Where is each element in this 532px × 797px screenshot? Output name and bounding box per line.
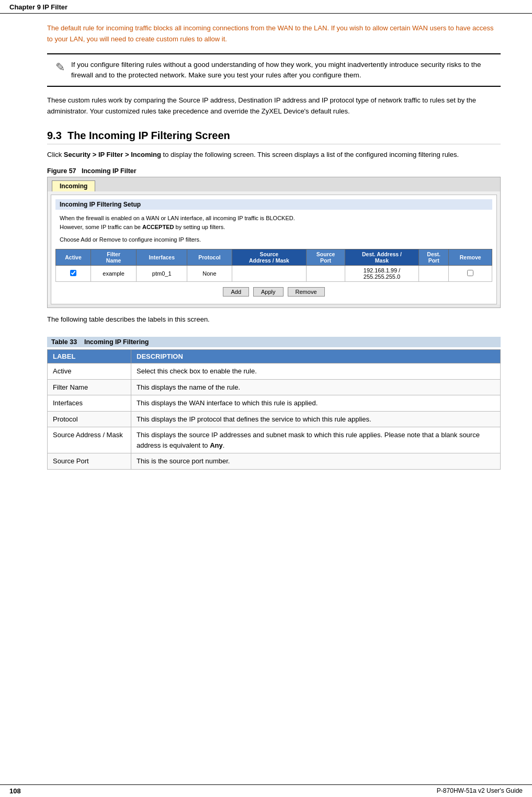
page-header: Chapter 9 IP Filter	[0, 0, 532, 14]
section-description: Click Security > IP Filter > Click Secur…	[47, 150, 501, 161]
td-description: This displays the source IP addresses an…	[131, 427, 501, 453]
table-row: Source PortThis is the source port numbe…	[48, 453, 501, 470]
model-text: P-870HW-51a v2 User's Guide	[437, 787, 523, 795]
td-dest-address: 192.168.1.99 /255.255.255.0	[345, 266, 419, 282]
th-description: DESCRIPTION	[131, 350, 501, 363]
table-label: Table 33 Incoming IP Filtering	[47, 337, 501, 347]
th-protocol: Protocol	[187, 249, 232, 266]
td-remove[interactable]	[449, 266, 492, 282]
td-description: This is the source port number.	[131, 453, 501, 470]
main-content: The default rule for incoming traffic bl…	[0, 14, 532, 479]
table-row: ProtocolThis displays the IP protocol th…	[48, 411, 501, 427]
figure-label: Figure 57 Incoming IP Filter	[47, 167, 501, 175]
th-label: LABEL	[48, 350, 131, 363]
td-label: Filter Name	[48, 379, 131, 395]
th-dest-address: Dest. Address /Mask	[345, 249, 419, 266]
table-row: Source Address / MaskThis displays the s…	[48, 427, 501, 453]
th-interfaces: Interfaces	[137, 249, 187, 266]
warning-text: The default rule for incoming traffic bl…	[47, 23, 501, 45]
ss-buttons: Add Apply Remove	[55, 287, 492, 297]
td-dest-port	[418, 266, 448, 282]
note-box: ✎ If you configure filtering rules witho…	[47, 53, 501, 87]
td-label: Active	[48, 363, 131, 380]
td-description: This displays the IP protocol that defin…	[131, 411, 501, 427]
page-footer: 108 P-870HW-51a v2 User's Guide	[0, 784, 532, 797]
td-filter-name: example	[91, 266, 137, 282]
td-protocol: None	[187, 266, 232, 282]
th-filter-name: FilterName	[91, 249, 137, 266]
add-button[interactable]: Add	[223, 287, 249, 297]
td-label: Source Port	[48, 453, 131, 470]
td-label: Protocol	[48, 411, 131, 427]
tab-incoming[interactable]: Incoming	[52, 180, 95, 191]
screenshot-box: Incoming Incoming IP Filtering Setup Whe…	[47, 177, 501, 308]
td-source-port	[307, 266, 345, 282]
table-row: example ptm0_1 None 192.168.1.99 /255.25…	[56, 266, 492, 282]
pencil-icon: ✎	[55, 61, 65, 74]
td-active[interactable]	[56, 266, 91, 282]
active-checkbox[interactable]	[70, 270, 76, 276]
th-active: Active	[56, 249, 91, 266]
td-source-address	[232, 266, 307, 282]
th-dest-port: Dest.Port	[418, 249, 448, 266]
td-description: This displays the WAN interface to which…	[131, 395, 501, 412]
filter-table: Active FilterName Interfaces Protocol So…	[55, 249, 492, 282]
screenshot-inner: Incoming Incoming IP Filtering Setup Whe…	[48, 177, 500, 304]
ss-add-text: Choose Add or Remove to configure incomi…	[55, 234, 492, 245]
table-row: Filter NameThis displays the name of the…	[48, 379, 501, 395]
section-title: The Incoming IP Filtering Screen	[67, 130, 230, 141]
page-number: 108	[9, 787, 21, 795]
section-number: 9.3	[47, 130, 62, 141]
remove-checkbox[interactable]	[467, 270, 473, 276]
table-row: ActiveSelect this check box to enable th…	[48, 363, 501, 380]
th-source-address: SourceAddress / Mask	[232, 249, 307, 266]
chapter-title: Chapter 9 IP Filter	[9, 3, 67, 11]
td-label: Source Address / Mask	[48, 427, 131, 453]
ss-info-text: When the firewall is enabled on a WAN or…	[55, 214, 492, 231]
section-heading: 9.3 The Incoming IP Filtering Screen	[47, 130, 501, 144]
body-paragraph: These custom rules work by comparing the…	[47, 95, 501, 117]
ss-section-title: Incoming IP Filtering Setup	[55, 199, 492, 210]
td-interfaces: ptm0_1	[137, 266, 187, 282]
apply-button[interactable]: Apply	[253, 287, 284, 297]
remove-button[interactable]: Remove	[288, 287, 325, 297]
table-row: InterfacesThis displays the WAN interfac…	[48, 395, 501, 412]
note-text: If you configure filtering rules without…	[71, 60, 492, 81]
tab-bar: Incoming	[48, 177, 500, 191]
screenshot-body: Incoming IP Filtering Setup When the fir…	[51, 195, 497, 304]
td-description: Select this check box to enable the rule…	[131, 363, 501, 380]
description-table: LABEL DESCRIPTION ActiveSelect this chec…	[47, 349, 501, 470]
td-description: This displays the name of the rule.	[131, 379, 501, 395]
td-label: Interfaces	[48, 395, 131, 412]
th-remove: Remove	[449, 249, 492, 266]
th-source-port: SourcePort	[307, 249, 345, 266]
table-intro: The following table describes the labels…	[47, 314, 501, 325]
